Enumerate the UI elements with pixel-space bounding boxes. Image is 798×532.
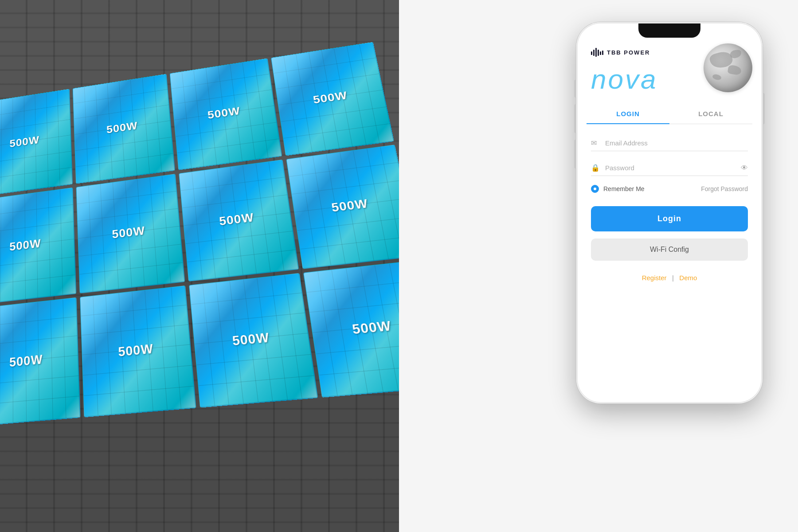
solar-panel: 500W xyxy=(170,58,282,170)
panel-wattage: 500W xyxy=(9,134,39,150)
phone-volume-up-button xyxy=(574,104,576,133)
phone-notch xyxy=(638,23,700,38)
password-input-group: 🔒 👁 xyxy=(591,160,748,176)
solar-panel: 500W xyxy=(179,160,299,282)
login-form: ✉ 🔒 👁 Remember Me xyxy=(578,124,761,402)
phone-power-button xyxy=(763,93,765,124)
panel-wattage: 500W xyxy=(112,224,145,242)
solar-panel: 500W xyxy=(0,89,73,197)
remember-me-label: Remember Me xyxy=(603,185,645,192)
phone-screen: TBB POWER nova LOGIN xyxy=(578,23,761,402)
panels-grid: 500W 500W 500W 500W 500W 500W 500W 500W xyxy=(0,42,399,426)
forgot-password-link[interactable]: Forgot Password xyxy=(701,185,748,192)
panel-wattage: 500W xyxy=(106,120,138,136)
solar-panel: 500W xyxy=(189,273,318,407)
solar-background: 500W 500W 500W 500W 500W 500W 500W 500W xyxy=(0,0,399,532)
tbb-logo-icon xyxy=(591,48,603,57)
solar-panel: 500W xyxy=(76,174,185,293)
phone-container: TBB POWER nova LOGIN xyxy=(576,22,763,403)
link-separator: | xyxy=(672,274,674,282)
remember-me-radio[interactable] xyxy=(591,185,599,193)
svg-rect-1 xyxy=(593,50,595,56)
logo-area: TBB POWER xyxy=(591,48,650,57)
solar-panel: 500W xyxy=(73,74,175,184)
solar-panels-container: 500W 500W 500W 500W 500W 500W 500W 500W xyxy=(0,42,399,426)
panel-wattage: 500W xyxy=(207,105,241,121)
app-header: TBB POWER xyxy=(578,41,761,61)
email-icon: ✉ xyxy=(591,139,600,147)
lock-icon: 🔒 xyxy=(591,164,600,172)
auth-tabs: LOGIN LOCAL xyxy=(587,104,752,124)
remember-left: Remember Me xyxy=(591,185,645,193)
svg-rect-0 xyxy=(591,51,592,55)
waveform-icon xyxy=(591,48,603,57)
solar-panel: 500W xyxy=(271,42,394,156)
wifi-config-button[interactable]: Wi-Fi Config xyxy=(591,239,748,261)
panel-wattage: 500W xyxy=(330,196,369,215)
svg-rect-2 xyxy=(595,48,597,57)
tab-local[interactable]: LOCAL xyxy=(669,104,752,124)
panel-wattage: 500W xyxy=(9,352,43,370)
demo-link[interactable]: Demo xyxy=(679,274,697,282)
panel-wattage: 500W xyxy=(231,330,270,349)
panel-wattage: 500W xyxy=(118,341,154,360)
phone-volume-down-button xyxy=(574,140,576,168)
app-screen: TBB POWER nova LOGIN xyxy=(578,23,761,402)
brand-name: TBB POWER xyxy=(607,49,650,56)
svg-rect-3 xyxy=(598,50,599,56)
svg-rect-4 xyxy=(600,51,601,55)
solar-panel: 500W xyxy=(286,145,399,269)
solar-panel: 500W xyxy=(0,297,80,426)
globe-decoration xyxy=(704,43,752,92)
password-input[interactable] xyxy=(605,164,741,172)
solar-panel: 500W xyxy=(0,188,76,305)
solar-panel: 500W xyxy=(303,260,399,398)
solar-panel: 500W xyxy=(80,286,196,417)
tab-login[interactable]: LOGIN xyxy=(587,104,669,124)
email-input-group: ✉ xyxy=(591,135,748,151)
phone-mute-button xyxy=(574,80,576,98)
register-link[interactable]: Register xyxy=(642,274,667,282)
panel-wattage: 500W xyxy=(9,237,41,254)
eye-toggle-icon[interactable]: 👁 xyxy=(741,164,748,172)
remember-me-row: Remember Me Forgot Password xyxy=(591,185,748,193)
panel-wattage: 500W xyxy=(219,211,255,228)
email-input[interactable] xyxy=(605,139,748,147)
panel-wattage: 500W xyxy=(312,89,348,106)
login-button[interactable]: Login xyxy=(591,206,748,231)
panel-wattage: 500W xyxy=(351,318,393,337)
bottom-links: Register | Demo xyxy=(591,270,748,291)
phone-frame: TBB POWER nova LOGIN xyxy=(576,22,763,403)
svg-rect-5 xyxy=(602,51,603,55)
